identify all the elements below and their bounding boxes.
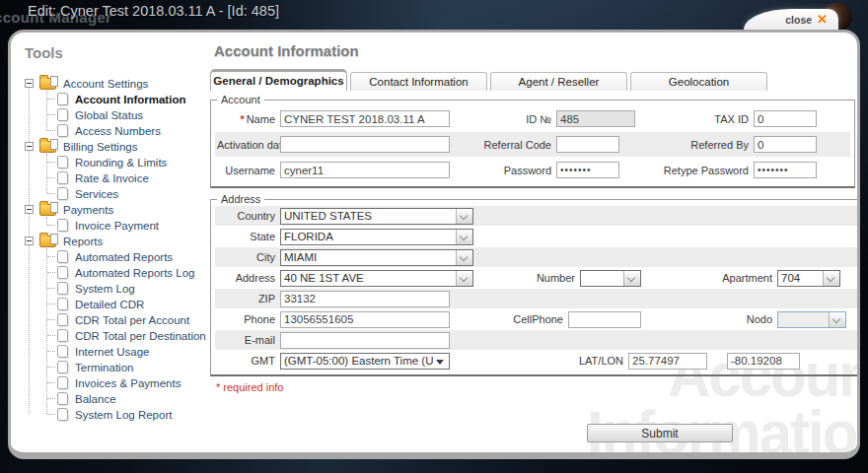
tree-item-global-status[interactable]: Global Status [25, 107, 206, 122]
tab-general-demographics[interactable]: General / Demographics [210, 69, 347, 91]
tab-geolocation[interactable]: Geolocation [630, 72, 767, 91]
tree-item-label: Balance [75, 393, 116, 405]
collapse-icon[interactable] [25, 205, 34, 214]
tree-item-system-log-report[interactable]: System Log Report [25, 407, 206, 422]
tree-item-access-numbers[interactable]: Access Numbers [25, 123, 206, 138]
cellphone-input[interactable] [568, 311, 641, 328]
form-row: State FLORIDA [215, 227, 860, 246]
tab-contact-information[interactable]: Contact Information [350, 72, 487, 91]
page-icon [57, 329, 68, 342]
tree-item-services[interactable]: Services [25, 186, 206, 201]
password-label: Password [450, 165, 556, 176]
tree-item-automated-reports-log[interactable]: Automated Reports Log [25, 265, 206, 280]
tree-item-balance[interactable]: Balance [25, 391, 206, 406]
tree-item-label: Rate & Invoice [75, 172, 149, 184]
retype-password-input[interactable] [754, 162, 817, 178]
username-input[interactable] [280, 162, 450, 178]
page-icon [57, 266, 68, 279]
tree-item-internet-usage[interactable]: Internet Usage [25, 344, 206, 359]
state-select[interactable]: FLORIDA [280, 229, 473, 245]
close-button[interactable]: close ✕ [744, 9, 838, 30]
tree-item-invoice-payment[interactable]: Invoice Payment [25, 218, 206, 233]
form-row: City MIAMI [215, 247, 860, 267]
longitude-input[interactable] [727, 353, 800, 370]
tree-group-payments[interactable]: Payments [25, 202, 206, 217]
tax-id-label: TAX ID [645, 113, 754, 125]
dialog-title: Edit: Cyner Test 2018.03.11 A - [Id: 485… [28, 3, 279, 19]
tree-item-label: Account Information [75, 94, 185, 105]
tab-strip: General / Demographics Contact Informati… [206, 69, 849, 91]
tree-group-label: Reports [63, 236, 103, 247]
tree-group-billing-settings[interactable]: Billing Settings [25, 139, 206, 154]
tree-item-termination[interactable]: Termination [25, 360, 206, 374]
tree-item-automated-reports[interactable]: Automated Reports [25, 249, 206, 264]
dropdown-arrow-icon [456, 250, 472, 265]
tab-agent-reseller[interactable]: Agent / Reseller [490, 72, 627, 91]
tree-group-label: Account Settings [63, 78, 148, 90]
zip-input[interactable] [280, 291, 450, 307]
tree-group-label: Billing Settings [63, 141, 137, 153]
tree-item-label: CDR Total per Account [75, 314, 189, 326]
tree-item-account-information[interactable]: Account Information [25, 92, 206, 106]
tree-item-invoices-payments[interactable]: Invoices & Payments [25, 375, 206, 390]
tree-item-label: Rounding & Limits [75, 157, 167, 169]
activation-date-input[interactable] [280, 136, 450, 153]
phone-input[interactable] [280, 311, 450, 328]
apartment-label: Apartment [669, 272, 777, 284]
tree-item-label: Termination [75, 362, 133, 373]
password-input[interactable] [556, 162, 619, 178]
page-icon [57, 313, 68, 326]
address-select[interactable]: 40 NE 1ST AVE [280, 270, 473, 287]
tree-item-label: Invoices & Payments [75, 377, 181, 389]
dropdown-arrow-icon [456, 230, 472, 244]
navigation-tree: Account Settings Account Information Glo… [25, 76, 206, 422]
tree-group-reports[interactable]: Reports [25, 234, 206, 248]
tree-group: Billing Settings Rounding & Limits Rate … [25, 139, 206, 201]
country-select[interactable]: UNITED STATES [280, 208, 473, 225]
tree-group-account-settings[interactable]: Account Settings [25, 76, 206, 91]
tree-item-rounding-limits[interactable]: Rounding & Limits [25, 155, 206, 169]
dropdown-arrow-icon [829, 312, 845, 327]
page-icon [57, 408, 68, 421]
latitude-input[interactable] [628, 353, 707, 370]
tree-item-rate-invoice[interactable]: Rate & Invoice [25, 170, 206, 185]
apartment-select[interactable]: 704 [777, 270, 840, 287]
tree-item-label: Internet Usage [75, 346, 149, 358]
retype-password-label: Retype Password [645, 165, 754, 176]
page-icon [57, 93, 68, 105]
page-title: Account Information [214, 42, 849, 59]
address-legend: Address [217, 193, 264, 205]
tree-item-system-log[interactable]: System Log [25, 281, 206, 296]
account-fieldset: Account *Name ID № TAX ID Activation dat… [210, 94, 855, 188]
sidebar: Tools Account Settings Account Informati… [11, 33, 206, 452]
number-select[interactable] [580, 270, 641, 287]
id-input [556, 110, 635, 127]
collapse-icon[interactable] [25, 236, 34, 245]
tree-item-cdr-total-per-destination[interactable]: CDR Total per Destination [25, 328, 206, 343]
form-row: Country UNITED STATES [215, 206, 860, 226]
tree-group: Payments Invoice Payment [25, 202, 206, 233]
cellphone-label: CellPhone [462, 313, 568, 325]
tree-group-label: Payments [63, 204, 113, 216]
referred-by-input[interactable] [754, 136, 817, 153]
tree-item-cdr-total-per-account[interactable]: CDR Total per Account [25, 312, 206, 327]
phone-label: Phone [217, 313, 280, 325]
collapse-icon[interactable] [25, 142, 34, 151]
content-area: Account Information General / Demographi… [206, 40, 849, 452]
tree-item-label: CDR Total per Destination [75, 330, 206, 342]
email-input[interactable] [280, 332, 450, 349]
form-row: *Name ID № TAX ID [215, 106, 850, 131]
dropdown-arrow-icon [433, 354, 449, 369]
form-row: Phone CellPhone Nodo [215, 309, 860, 329]
address-label: Address [217, 272, 280, 284]
tree-item-detailed-cdr[interactable]: Detailed CDR [25, 297, 206, 311]
gmt-select[interactable]: (GMT-05:00) Eastern Time (US & [280, 353, 450, 370]
nodo-select[interactable] [777, 311, 846, 328]
collapse-icon[interactable] [25, 79, 34, 88]
tax-id-input[interactable] [754, 110, 817, 127]
submit-button[interactable]: Submit [587, 424, 733, 442]
name-input[interactable] [280, 110, 450, 127]
city-select[interactable]: MIAMI [280, 249, 473, 266]
referral-code-input[interactable] [556, 136, 619, 153]
dropdown-arrow-icon [823, 271, 839, 286]
